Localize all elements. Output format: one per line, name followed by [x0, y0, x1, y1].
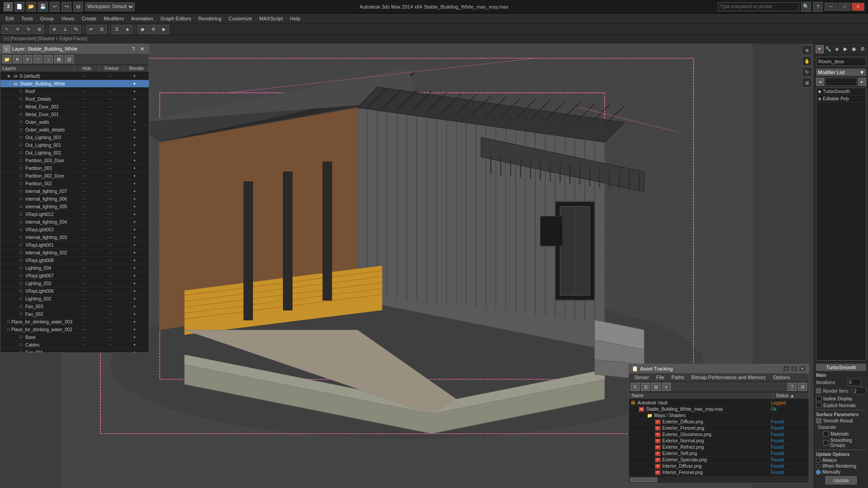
smooth-result-checkbox[interactable] [816, 418, 821, 423]
menu-graph-editors[interactable]: Graph Editors [157, 15, 195, 22]
undo-btn[interactable]: ↩ [50, 2, 60, 12]
at-scrollbar[interactable] [629, 476, 809, 483]
at-row-maxfile[interactable]: M Stable_Building_White_max_vray.max Ok [629, 406, 809, 413]
layer-item[interactable]: □VRayLight007——● [0, 272, 149, 280]
layer-item[interactable]: □internal_lighting_003——● [0, 234, 149, 241]
viewport-fit-btn[interactable]: ⊞ [802, 78, 812, 88]
layer-freeze-active[interactable]: — [97, 81, 122, 86]
search-icon[interactable]: 🔍 [801, 2, 811, 12]
layer-paste-btn[interactable]: ⊡ [65, 55, 74, 63]
layer-freeze-check[interactable]: — [97, 74, 122, 78]
layer-item[interactable]: □VRayLight012——● [0, 211, 149, 218]
hierarchy-tab[interactable]: ◈ [833, 45, 841, 53]
render-iters-input[interactable] [853, 387, 866, 394]
layer-close-btn[interactable]: ✕ [138, 46, 146, 52]
layer-item[interactable]: □Place_for_drinking_water_002——● [0, 326, 149, 333]
at-row-img[interactable]: P Exterior_Fresnel.png Found [629, 425, 809, 432]
menu-group[interactable]: Group [37, 15, 58, 22]
layer-item[interactable]: □Lighting_003——● [0, 280, 149, 287]
isoline-checkbox[interactable] [816, 396, 821, 401]
layer-item[interactable]: □VRayLight008——● [0, 257, 149, 264]
modify-tab[interactable]: 🔧 [824, 45, 832, 53]
layer-item[interactable]: □Fan_002——● [0, 310, 149, 318]
at-row-img[interactable]: P Exterior_Specular.png Found [629, 457, 809, 463]
menu-help[interactable]: Help [287, 15, 304, 22]
snap-btn[interactable]: ⊕ [49, 25, 59, 34]
at-help-btn[interactable]: ? [788, 383, 797, 391]
layer-item[interactable]: □Base——● [0, 333, 149, 341]
layer-item[interactable]: □internal_lighting_004——● [0, 218, 149, 226]
layer-help-btn[interactable]: ? [130, 46, 137, 52]
layer-item[interactable]: □Partition_002_Door——● [0, 172, 149, 180]
select-btn[interactable]: ↖ [2, 25, 12, 34]
layer-item[interactable]: □Partition_003——● [0, 164, 149, 172]
layer-item[interactable]: □Cables——● [0, 341, 149, 349]
at-list-btn[interactable]: ☰ [641, 383, 650, 391]
layer-item[interactable]: □Outer_walls——● [0, 118, 149, 126]
render-iters-checkbox[interactable] [816, 388, 821, 394]
at-menu-server[interactable]: Server [631, 374, 652, 381]
at-row-img[interactable]: P Interior_Fresnel.png Found [629, 469, 809, 476]
at-menu-options[interactable]: Options [769, 374, 794, 381]
layer-add-btn[interactable]: + [23, 55, 32, 63]
modifier-nav-left[interactable]: ◄ [816, 78, 824, 86]
at-scroll-thumb[interactable] [630, 478, 657, 482]
when-rendering-radio-btn[interactable] [816, 464, 821, 469]
menu-create[interactable]: Create [78, 15, 100, 22]
layer-item[interactable]: □Lighting_004——● [0, 264, 149, 272]
materials-checkbox[interactable] [823, 431, 829, 436]
layer-hide-active[interactable]: — [72, 81, 97, 86]
viewport-pan-btn[interactable]: ✋ [802, 56, 812, 66]
at-settings-btn[interactable]: ⚙ [798, 383, 807, 391]
at-maximize-btn[interactable]: □ [791, 366, 798, 372]
layer-item[interactable]: □Place_for_drinking_water_003——● [0, 318, 149, 326]
menu-modifiers[interactable]: Modifiers [100, 15, 127, 22]
object-name-field[interactable] [816, 57, 866, 66]
move-btn[interactable]: ✛ [13, 25, 23, 34]
schematic-view-btn[interactable]: ◈ [123, 25, 132, 34]
at-col-status[interactable]: Status ▲ [773, 392, 809, 399]
menu-maxscript[interactable]: MAXScript [256, 15, 287, 22]
menu-animation[interactable]: Animation [127, 15, 157, 22]
always-radio[interactable]: Always [816, 458, 866, 463]
layer-render-check[interactable]: ● [122, 74, 147, 78]
at-row-img[interactable]: P Exterior_Glossiness.png Found [629, 432, 809, 438]
at-row-img[interactable]: P Exterior_Self.png Found [629, 450, 809, 457]
layer-item[interactable]: □internal_lighting_005——● [0, 203, 149, 211]
always-radio-btn[interactable] [816, 458, 821, 463]
redo-btn[interactable]: ↪ [61, 2, 71, 12]
display-tab[interactable]: ◉ [850, 45, 858, 53]
maximize-button[interactable]: □ [838, 3, 851, 11]
open-btn[interactable]: 📂 [26, 2, 36, 12]
update-button[interactable]: Update [826, 476, 857, 484]
menu-rendering[interactable]: Rendering [195, 15, 225, 22]
at-menu-bitmap[interactable]: Bitmap Performance and Memory [688, 374, 769, 381]
modifier-turbos[interactable]: TurboSmooth [816, 88, 866, 95]
at-row-img[interactable]: P Exterior_Normal.png Found [629, 438, 809, 444]
manually-radio-btn[interactable] [816, 470, 821, 474]
rotate-btn[interactable]: ↻ [24, 25, 33, 34]
material-editor-btn[interactable]: ◉ [137, 25, 147, 34]
modifier-nav-right[interactable]: ► [858, 78, 866, 86]
new-btn[interactable]: 📄 [14, 2, 24, 12]
menu-views[interactable]: Views [57, 15, 78, 22]
search-input[interactable] [718, 2, 799, 11]
layer-item[interactable]: □VRayLight003——● [0, 226, 149, 234]
save-btn[interactable]: 💾 [38, 2, 48, 12]
utilities-tab[interactable]: ⚙ [859, 45, 867, 53]
layer-item[interactable]: □VRayLight006——● [0, 287, 149, 295]
layer-up-btn[interactable]: ↑ [33, 55, 42, 63]
iterations-input[interactable] [848, 379, 861, 386]
layer-item[interactable]: ▶ 🗂 0 (default) — — ● [0, 72, 149, 80]
layer-manager-btn[interactable]: ☰ [112, 25, 122, 34]
layer-down-btn[interactable]: ↓ [44, 55, 53, 63]
layer-render-active[interactable]: ● [122, 81, 147, 86]
layer-item[interactable]: □Out_Lighting_002——● [0, 149, 149, 157]
layer-item[interactable]: □internal_lighting_007——● [0, 188, 149, 195]
layer-item[interactable]: □Metal_Door_001——● [0, 111, 149, 118]
modifier-editpoly[interactable]: Editable Poly [816, 95, 866, 103]
layer-item[interactable]: □Out_Lighting_001——● [0, 141, 149, 149]
layer-item[interactable]: □internal_lighting_002——● [0, 249, 149, 257]
explicit-normals-checkbox[interactable] [816, 403, 821, 408]
layer-delete-btn[interactable]: ✕ [13, 55, 22, 63]
